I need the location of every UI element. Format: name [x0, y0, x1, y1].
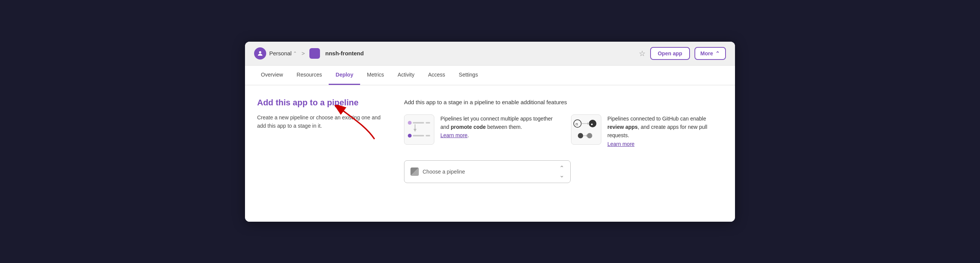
breadcrumb-separator: >: [301, 50, 305, 56]
more-button[interactable]: More ⌃: [694, 47, 726, 60]
tab-resources[interactable]: Resources: [290, 65, 329, 85]
breadcrumb-personal[interactable]: Personal ⌃: [269, 50, 297, 56]
feature2-text-plain: Pipelines connected to GitHub can enable: [608, 116, 706, 122]
github-diagram-icon: n ●: [571, 115, 601, 145]
svg-point-19: [587, 133, 592, 138]
svg-marker-6: [414, 129, 417, 132]
more-label: More: [700, 50, 713, 56]
svg-text:●: ●: [591, 122, 593, 126]
pipeline-diagram-icon: [404, 115, 434, 145]
main-content: Add this app to a pipeline Create a new …: [245, 85, 735, 222]
app-name-label: nnsh-frontend: [325, 50, 364, 56]
pipeline-select-icon: [410, 167, 419, 176]
left-panel: Add this app to a pipeline Create a new …: [257, 97, 386, 207]
pipeline-select-chevron-icon: ⌃⌄: [559, 164, 564, 179]
app-window: Personal ⌃ > nnsh-frontend ☆ Open app Mo…: [245, 42, 735, 222]
titlebar: Personal ⌃ > nnsh-frontend ☆ Open app Mo…: [245, 42, 735, 65]
tab-deploy[interactable]: Deploy: [329, 65, 360, 85]
nav-tabs: Overview Resources Deploy Metrics Activi…: [245, 65, 735, 85]
pipeline-select-row: Choose a pipeline ⌃⌄: [404, 160, 723, 183]
titlebar-actions: ☆ Open app More ⌃: [639, 47, 726, 60]
more-chevron-icon: ⌃: [715, 50, 720, 56]
pipeline-select-left: Choose a pipeline: [410, 167, 465, 176]
feature1-bold: promote code: [450, 124, 486, 130]
svg-rect-4: [426, 122, 430, 124]
learn-more-pipelines[interactable]: Learn more: [441, 132, 468, 138]
feature2-bold: review apps: [608, 124, 638, 130]
tab-metrics[interactable]: Metrics: [360, 65, 391, 85]
favorite-button[interactable]: ☆: [639, 49, 646, 58]
app-icon: [309, 48, 320, 59]
personal-label: Personal: [269, 50, 291, 56]
feature1-text-after: between them.: [486, 124, 522, 130]
open-app-button[interactable]: Open app: [650, 47, 690, 60]
svg-point-2: [408, 121, 412, 125]
feature-pipelines: Pipelines let you connect multiple apps …: [404, 115, 556, 148]
svg-point-0: [259, 51, 261, 53]
features-grid: Pipelines let you connect multiple apps …: [404, 115, 723, 148]
breadcrumb-area: Personal ⌃ > nnsh-frontend: [254, 47, 364, 59]
feature-github-text: Pipelines connected to GitHub can enable…: [608, 115, 723, 148]
tab-access[interactable]: Access: [421, 65, 452, 85]
pipeline-select-dropdown[interactable]: Choose a pipeline ⌃⌄: [404, 160, 571, 183]
svg-rect-9: [426, 135, 430, 136]
pipeline-description: Create a new pipeline or choose an exist…: [257, 113, 386, 131]
right-panel: Add this app to a stage in a pipeline to…: [404, 97, 723, 207]
user-avatar: [254, 47, 266, 59]
svg-point-16: [578, 133, 583, 138]
right-heading: Add this app to a stage in a pipeline to…: [404, 99, 723, 105]
svg-text:n: n: [576, 122, 578, 126]
pipeline-heading: Add this app to a pipeline: [257, 97, 386, 108]
pipeline-select-placeholder: Choose a pipeline: [423, 169, 465, 175]
feature-pipelines-text: Pipelines let you connect multiple apps …: [441, 115, 556, 140]
svg-point-7: [408, 134, 412, 137]
tab-overview[interactable]: Overview: [254, 65, 290, 85]
learn-more-github[interactable]: Learn more: [608, 141, 635, 147]
tab-activity[interactable]: Activity: [391, 65, 421, 85]
personal-chevron: ⌃: [293, 51, 297, 56]
svg-rect-8: [413, 135, 424, 136]
tab-settings[interactable]: Settings: [452, 65, 485, 85]
svg-rect-3: [413, 122, 424, 124]
feature-github: n ●: [571, 115, 723, 148]
